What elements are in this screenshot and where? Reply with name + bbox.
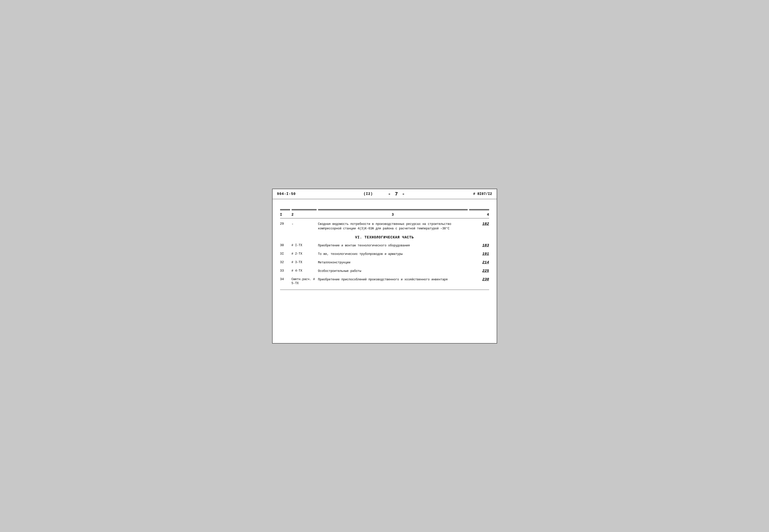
- col-header-1: I: [280, 213, 290, 217]
- document-page: 904-I-50 (I2) - 7 - # 8I07/I2 I 2 3 4 29…: [272, 189, 497, 344]
- table-row: 30 # I-ТХ Приобретение и монтаж технолог…: [280, 243, 489, 248]
- row-desc: То же, технологических трубопроводов и а…: [318, 252, 468, 256]
- section-title: VI. ТЕХНОЛОГИЧЕСКАЯ ЧАСТЬ: [280, 235, 489, 239]
- row-doc: # 3-ТХ: [292, 260, 317, 265]
- table-row: 32 # 3-ТХ Металлоконструкции 214: [280, 260, 489, 265]
- col-header-4: 4: [469, 213, 489, 217]
- table-row: 3I # 2-ТХ То же, технологических трубопр…: [280, 252, 489, 256]
- row-page: 182: [469, 222, 489, 226]
- rule-col1: [280, 209, 290, 211]
- rule-col4: [469, 209, 489, 211]
- row-num: 3I: [280, 252, 290, 256]
- table-row: 29 - Сводная ведомость потребности в про…: [280, 222, 489, 231]
- row-desc: Приобретение и монтаж технологического о…: [318, 243, 468, 248]
- row-page: 183: [469, 243, 489, 248]
- row-num: 33: [280, 269, 290, 273]
- row-page: 230: [469, 277, 489, 282]
- row-doc: Сметн.расч. # 5-ТХ: [292, 277, 317, 286]
- header-center-left: (I2): [363, 192, 373, 196]
- row-page: 225: [469, 269, 489, 273]
- row-num: 34: [280, 277, 290, 281]
- row-doc: # 2-ТХ: [292, 252, 317, 256]
- table-row: 33 # 4-ТХ Особострoительные работы 225: [280, 269, 489, 273]
- page-content: I 2 3 4 29 - Сводная ведомость потребнос…: [273, 199, 497, 298]
- column-headers: I 2 3 4: [280, 212, 489, 218]
- row-desc: Металлоконструкции: [318, 260, 468, 265]
- header-page-number: - 7 -: [388, 191, 405, 197]
- column-rules: [280, 209, 489, 211]
- row-num: 30: [280, 243, 290, 247]
- col-header-2: 2: [292, 213, 317, 217]
- rule-col2: [292, 209, 317, 211]
- col-header-3: 3: [318, 213, 468, 217]
- rule-col3: [318, 209, 468, 211]
- row-desc: Особострoительные работы: [318, 269, 468, 273]
- row-desc: Приобретение приспособлений производстве…: [318, 277, 468, 282]
- row-doc: -: [292, 222, 317, 227]
- row-page: 214: [469, 260, 489, 265]
- header-left: 904-I-50: [277, 192, 296, 196]
- page-header: 904-I-50 (I2) - 7 - # 8I07/I2: [273, 189, 497, 199]
- footer-rule: [280, 290, 489, 290]
- row-num: 32: [280, 260, 290, 264]
- row-doc: # 4-ТХ: [292, 269, 317, 273]
- table-row: 34 Сметн.расч. # 5-ТХ Приобретение присп…: [280, 277, 489, 286]
- row-desc: Сводная ведомость потребности в производ…: [318, 222, 468, 231]
- row-page: 191: [469, 252, 489, 256]
- row-num: 29: [280, 222, 290, 226]
- header-right: # 8I07/I2: [473, 192, 492, 196]
- row-doc: # I-ТХ: [292, 243, 317, 248]
